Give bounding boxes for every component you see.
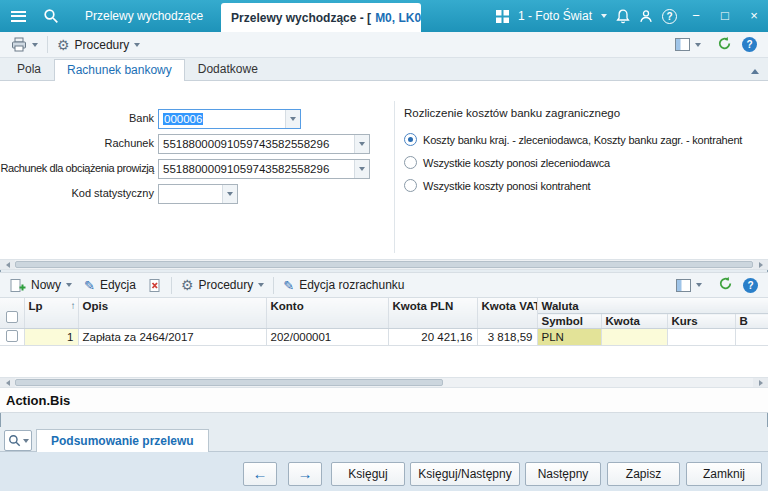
tab-przelewy-wychodzace[interactable]: Przelewy wychodzące — [75, 9, 213, 23]
column-header-kurs[interactable]: Kurs — [667, 314, 735, 329]
notifications-bell-icon[interactable] — [616, 9, 630, 24]
chevron-down-icon[interactable] — [222, 185, 237, 203]
edycja-button[interactable]: ✎ Edycja — [78, 276, 142, 294]
scroll-left-arrow[interactable] — [0, 378, 15, 387]
chevron-down-icon[interactable] — [354, 135, 369, 153]
radio-wszystkie-kontrahent[interactable]: Wszystkie koszty ponosi kontrahent — [404, 179, 590, 192]
help-button[interactable]: ? — [743, 278, 758, 293]
tab-dodatkowe[interactable]: Dodatkowe — [185, 58, 271, 80]
form-divider — [394, 101, 395, 253]
cell-b[interactable] — [735, 329, 768, 346]
scrollbar-track[interactable] — [15, 378, 753, 387]
help-icon[interactable]: ? — [662, 9, 677, 24]
rachunek-value: 55188000091059743582558296 — [159, 138, 354, 150]
help-button[interactable]: ? — [742, 37, 757, 52]
document-delete-icon — [148, 278, 162, 293]
refresh-button[interactable] — [718, 276, 733, 294]
summary-view-button[interactable] — [4, 430, 32, 451]
layout-view-button[interactable] — [670, 277, 708, 294]
zamknij-button[interactable]: Zamknij — [686, 462, 762, 486]
scrollbar-thumb[interactable] — [15, 379, 443, 386]
cell-konto[interactable]: 202/000001 — [266, 329, 388, 346]
radio-label: Koszty banku kraj. - zleceniodawca, Kosz… — [423, 134, 742, 146]
sort-ascending-icon: ↑ — [71, 300, 76, 311]
printer-icon — [11, 37, 27, 52]
collapse-panel-icon[interactable] — [751, 69, 759, 74]
tab-title-highlight: M0, LK01 — [375, 11, 421, 25]
delete-button[interactable] — [142, 276, 168, 295]
action-panel-header: Action.Bis — [0, 388, 768, 413]
procedury-menu-button[interactable]: ⚙ Procedury — [51, 36, 146, 54]
cell-kwota-pln[interactable]: 20 421,16 — [388, 329, 477, 346]
tab-pola[interactable]: Pola — [4, 58, 54, 80]
row-checkbox[interactable] — [6, 330, 18, 342]
table-row[interactable]: 1 Zapłata za 2464/2017 202/000001 20 421… — [0, 329, 768, 346]
cell-symbol[interactable]: PLN — [537, 329, 601, 346]
zapisz-button[interactable]: Zapisz — [607, 462, 680, 486]
titlebar-right: 1 - Foto Świat ? − □ × — [496, 1, 768, 31]
radio-koszty-kraj-zagr[interactable]: Koszty banku kraj. - zleceniodawca, Kosz… — [404, 133, 742, 146]
nastepny-button[interactable]: Następny — [525, 462, 601, 486]
menu-icon[interactable] — [11, 11, 26, 22]
rachunek-prowizja-value: 55188000091059743582558296 — [159, 163, 354, 175]
print-button[interactable] — [5, 35, 44, 54]
nowy-button[interactable]: Nowy — [4, 276, 78, 295]
cell-lp[interactable]: 1 — [24, 329, 78, 346]
chevron-down-icon[interactable] — [354, 160, 369, 178]
radio-label: Wszystkie koszty ponosi kontrahent — [423, 180, 590, 192]
select-all-header[interactable] — [0, 298, 24, 329]
next-record-button[interactable]: → — [288, 462, 322, 486]
bottom-tab-strip: Podsumowanie przelewu — [0, 427, 768, 452]
rachunek-prowizja-combobox[interactable]: 55188000091059743582558296 — [158, 159, 370, 179]
kod-statystyczny-combobox[interactable] — [158, 184, 238, 204]
chevron-down-icon — [696, 283, 702, 287]
window-minimize-button[interactable]: − — [686, 1, 706, 31]
search-icon[interactable] — [43, 8, 59, 24]
chevron-down-icon[interactable] — [32, 43, 38, 47]
window-maximize-button[interactable]: □ — [715, 1, 735, 31]
apps-grid-icon[interactable] — [496, 10, 509, 23]
scroll-right-arrow[interactable] — [753, 378, 768, 387]
chevron-down-icon[interactable] — [601, 14, 607, 18]
bank-combobox[interactable]: 000006 — [158, 109, 301, 129]
tab-rachunek-bankowy[interactable]: Rachunek bankowy — [54, 59, 185, 81]
scroll-right-arrow[interactable] — [753, 260, 768, 269]
chevron-down-icon — [258, 283, 264, 287]
radio-wszystkie-zleceniodawca[interactable]: Wszystkie koszty ponosi zleceniodawca — [404, 156, 610, 169]
company-selector[interactable]: 1 - Foto Świat — [518, 9, 592, 23]
ksieguj-button[interactable]: Księguj — [331, 462, 405, 486]
scrollbar-thumb[interactable] — [15, 261, 753, 268]
column-header-kwota-pln[interactable]: Kwota PLN — [388, 298, 477, 329]
cell-kurs[interactable] — [667, 329, 735, 346]
layout-view-button[interactable] — [669, 36, 707, 53]
scroll-left-arrow[interactable] — [0, 260, 15, 269]
tab-podsumowanie-przelewu[interactable]: Podsumowanie przelewu — [36, 429, 209, 452]
edycja-rozrachunku-button[interactable]: ✎ Edycja rozrachunku — [277, 276, 410, 294]
column-header-symbol[interactable]: Symbol — [537, 314, 601, 329]
column-header-kwota-vat[interactable]: Kwota VAT — [477, 298, 537, 329]
cell-kwota[interactable] — [601, 329, 667, 346]
procedury-grid-button[interactable]: ⚙ Procedury — [175, 276, 270, 294]
window-close-button[interactable]: × — [744, 1, 764, 31]
select-all-checkbox[interactable] — [6, 311, 18, 323]
previous-record-button[interactable]: ← — [243, 462, 277, 486]
scrollbar-track[interactable] — [15, 260, 753, 269]
chevron-down-icon[interactable] — [285, 110, 300, 128]
column-header-lp[interactable]: Lp ↑ — [24, 298, 78, 329]
column-header-kwota[interactable]: Kwota — [601, 314, 667, 329]
column-header-opis[interactable]: Opis — [78, 298, 266, 329]
cell-kwota-vat[interactable]: 3 818,59 — [477, 329, 537, 346]
tab-active-document[interactable]: Przelewy wychodzące - [ M0, LK01 — [221, 3, 421, 32]
ksieguj-nastepny-button[interactable]: Księguj/Następny — [410, 462, 520, 486]
column-group-waluta[interactable]: Waluta — [537, 298, 768, 314]
column-header-konto[interactable]: Konto — [266, 298, 388, 329]
column-header-b[interactable]: B — [735, 314, 768, 329]
pencil-icon: ✎ — [84, 279, 95, 292]
layout-icon — [675, 38, 690, 51]
app-window: Przelewy wychodzące Przelewy wychodzące … — [0, 0, 768, 491]
refresh-button[interactable] — [717, 36, 732, 54]
rachunek-combobox[interactable]: 55188000091059743582558296 — [158, 134, 370, 154]
cell-opis[interactable]: Zapłata za 2464/2017 — [78, 329, 266, 346]
user-icon[interactable] — [639, 9, 653, 23]
separator — [273, 277, 274, 294]
